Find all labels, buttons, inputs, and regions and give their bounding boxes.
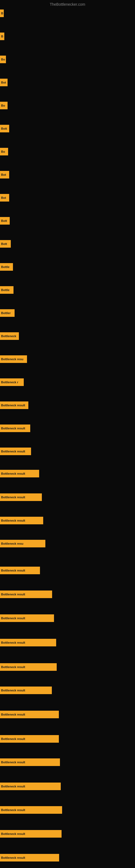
- bar-label-22: Bottleneck result: [1, 496, 25, 499]
- bar-label-15: Bottleneck: [1, 335, 16, 338]
- bar-label-34: Bottleneck result: [1, 785, 25, 788]
- bar-label-21: Bottleneck result: [1, 472, 25, 475]
- bar-item-29: Bottleneck result: [0, 663, 57, 671]
- bar-item-18: Bottleneck result: [0, 401, 28, 409]
- bar-item-10: Bott: [0, 217, 10, 225]
- bar-item-24: Bottleneck resu: [0, 540, 45, 547]
- bar-label-13: Bottle: [1, 288, 9, 291]
- bar-label-31: Bottleneck result: [1, 713, 25, 716]
- bar-label-24: Bottleneck resu: [1, 542, 24, 545]
- bar-item-20: Bottleneck result: [0, 447, 31, 455]
- bar-label-26: Bottleneck result: [1, 593, 25, 596]
- bar-item-31: Bottleneck result: [0, 711, 59, 718]
- bar-item-33: Bottleneck result: [0, 758, 60, 766]
- bar-label-23: Bottleneck result: [1, 519, 25, 522]
- bar-label-28: Bottleneck result: [1, 641, 25, 644]
- bar-item-22: Bottleneck result: [0, 493, 42, 501]
- bar-item-4: Bot: [0, 79, 8, 86]
- bar-label-14: Bottler: [1, 311, 10, 315]
- bar-item-15: Bottleneck: [0, 332, 19, 340]
- bar-label-6: Bott: [1, 127, 7, 130]
- bar-label-2: B: [1, 35, 3, 38]
- bar-item-32: Bottleneck result: [0, 735, 59, 743]
- bar-item-35: Bottleneck result: [0, 806, 62, 814]
- bar-item-28: Bottleneck result: [0, 639, 56, 646]
- bar-label-9: Bot: [1, 196, 6, 199]
- bar-label-7: Bo: [1, 150, 5, 153]
- bar-item-2: B: [0, 33, 4, 40]
- bar-label-4: Bot: [1, 81, 6, 84]
- site-title: TheBottlenecker.com: [50, 2, 85, 6]
- bar-item-11: Bott: [0, 240, 11, 248]
- bar-item-14: Bottler: [0, 309, 14, 317]
- bar-item-21: Bottleneck result: [0, 470, 39, 477]
- bar-label-37: Bottleneck result: [1, 856, 25, 859]
- bar-label-29: Bottleneck result: [1, 665, 25, 669]
- bar-label-10: Bott: [1, 219, 7, 222]
- bar-label-8: Bot: [1, 173, 6, 176]
- bar-item-7: Bo: [0, 148, 8, 155]
- bar-item-25: Bottleneck result: [0, 567, 40, 574]
- bar-item-1: B: [0, 9, 4, 17]
- bar-label-36: Bottleneck result: [1, 832, 25, 835]
- bar-label-20: Bottleneck result: [1, 450, 25, 453]
- bar-label-18: Bottleneck result: [1, 404, 25, 407]
- bar-label-27: Bottleneck result: [1, 617, 25, 620]
- bar-label-32: Bottleneck result: [1, 737, 25, 741]
- bar-item-13: Bottle: [0, 286, 13, 294]
- bar-item-19: Bottleneck result: [0, 425, 30, 432]
- bar-item-37: Bottleneck result: [0, 854, 59, 862]
- bar-item-12: Bottle: [0, 263, 13, 271]
- bar-label-25: Bottleneck result: [1, 569, 25, 572]
- bar-item-17: Bottleneck r: [0, 378, 24, 386]
- bar-label-35: Bottleneck result: [1, 808, 25, 812]
- bar-item-9: Bot: [0, 194, 9, 202]
- bar-item-27: Bottleneck result: [0, 614, 54, 622]
- bar-item-23: Bottleneck result: [0, 517, 43, 524]
- bar-label-1: B: [1, 12, 3, 15]
- bar-label-5: Bo: [1, 104, 5, 107]
- bar-label-33: Bottleneck result: [1, 761, 25, 764]
- bar-label-11: Bott: [1, 242, 7, 246]
- bar-item-36: Bottleneck result: [0, 830, 61, 838]
- bar-label-16: Bottleneck resu: [1, 358, 24, 361]
- bar-label-12: Bottle: [1, 265, 9, 269]
- bar-item-8: Bot: [0, 171, 9, 179]
- bar-item-16: Bottleneck resu: [0, 355, 27, 363]
- bar-item-34: Bottleneck result: [0, 782, 61, 790]
- bar-item-30: Bottleneck result: [0, 686, 52, 694]
- bar-label-30: Bottleneck result: [1, 689, 25, 692]
- bar-item-6: Bott: [0, 125, 9, 132]
- bar-item-5: Bo: [0, 102, 8, 109]
- bar-label-17: Bottleneck r: [1, 380, 18, 384]
- bar-item-3: Bo: [0, 56, 6, 63]
- bar-label-3: Bo: [1, 58, 5, 61]
- bar-item-26: Bottleneck result: [0, 590, 52, 598]
- bar-label-19: Bottleneck result: [1, 427, 25, 430]
